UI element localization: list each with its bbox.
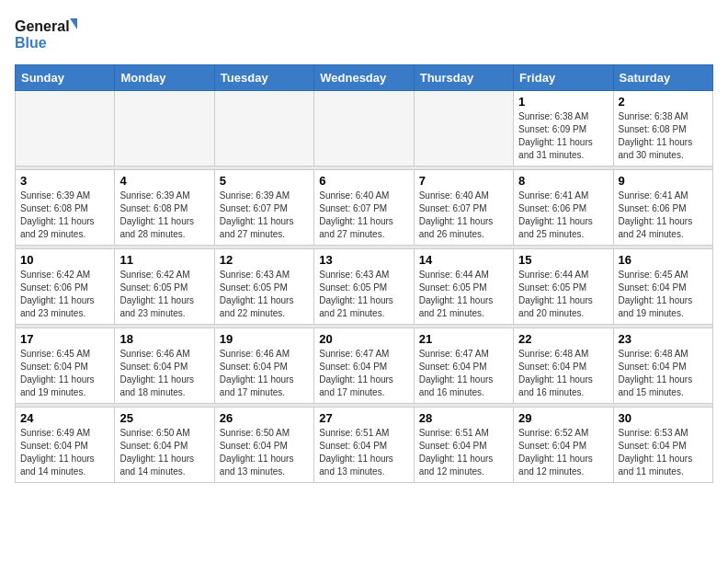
page-header: General Blue [15,15,713,55]
day-cell: 15Sunrise: 6:44 AM Sunset: 6:05 PM Dayli… [514,249,613,325]
day-info: Sunrise: 6:41 AM Sunset: 6:06 PM Dayligh… [619,190,708,241]
day-cell: 30Sunrise: 6:53 AM Sunset: 6:04 PM Dayli… [613,408,712,483]
day-number: 14 [419,253,508,267]
col-header-sunday: Sunday [16,65,115,91]
day-info: Sunrise: 6:46 AM Sunset: 6:04 PM Dayligh… [119,348,209,399]
col-header-friday: Friday [514,65,613,91]
week-row-3: 10Sunrise: 6:42 AM Sunset: 6:06 PM Dayli… [16,249,713,325]
svg-marker-1 [70,18,77,29]
day-info: Sunrise: 6:52 AM Sunset: 6:04 PM Dayligh… [518,427,608,478]
day-info: Sunrise: 6:47 AM Sunset: 6:04 PM Dayligh… [419,348,508,399]
day-info: Sunrise: 6:42 AM Sunset: 6:05 PM Dayligh… [119,269,209,320]
day-cell: 18Sunrise: 6:46 AM Sunset: 6:04 PM Dayli… [115,328,214,404]
day-cell: 27Sunrise: 6:51 AM Sunset: 6:04 PM Dayli… [314,408,414,483]
day-number: 7 [419,174,508,188]
day-number: 22 [518,332,608,346]
day-cell: 4Sunrise: 6:39 AM Sunset: 6:08 PM Daylig… [115,170,214,246]
day-number: 28 [419,411,508,425]
col-header-monday: Monday [115,65,214,91]
day-number: 3 [20,174,109,188]
week-row-2: 3Sunrise: 6:39 AM Sunset: 6:08 PM Daylig… [16,170,713,246]
col-header-wednesday: Wednesday [314,65,414,91]
day-cell: 26Sunrise: 6:50 AM Sunset: 6:04 PM Dayli… [214,408,313,483]
day-cell: 22Sunrise: 6:48 AM Sunset: 6:04 PM Dayli… [514,328,613,404]
day-cell [16,91,115,167]
day-info: Sunrise: 6:42 AM Sunset: 6:06 PM Dayligh… [20,269,109,320]
week-row-5: 24Sunrise: 6:49 AM Sunset: 6:04 PM Dayli… [16,408,713,483]
day-cell [115,91,214,167]
day-info: Sunrise: 6:45 AM Sunset: 6:04 PM Dayligh… [619,269,708,320]
day-number: 15 [518,253,608,267]
day-cell: 14Sunrise: 6:44 AM Sunset: 6:05 PM Dayli… [414,249,513,325]
day-number: 10 [20,253,109,267]
day-info: Sunrise: 6:39 AM Sunset: 6:08 PM Dayligh… [20,190,109,241]
day-cell: 7Sunrise: 6:40 AM Sunset: 6:07 PM Daylig… [414,170,513,246]
day-info: Sunrise: 6:40 AM Sunset: 6:07 PM Dayligh… [319,190,408,241]
day-info: Sunrise: 6:38 AM Sunset: 6:09 PM Dayligh… [518,110,608,162]
day-cell: 17Sunrise: 6:45 AM Sunset: 6:04 PM Dayli… [16,328,115,404]
week-row-1: 1Sunrise: 6:38 AM Sunset: 6:09 PM Daylig… [16,91,713,167]
day-cell [414,91,513,167]
day-cell: 9Sunrise: 6:41 AM Sunset: 6:06 PM Daylig… [613,170,712,246]
logo: General Blue [15,15,79,55]
svg-text:Blue: Blue [15,35,47,51]
day-info: Sunrise: 6:48 AM Sunset: 6:04 PM Dayligh… [518,348,608,399]
day-cell: 3Sunrise: 6:39 AM Sunset: 6:08 PM Daylig… [16,170,115,246]
day-number: 17 [20,332,109,346]
week-row-4: 17Sunrise: 6:45 AM Sunset: 6:04 PM Dayli… [16,328,713,404]
day-number: 12 [220,253,309,267]
col-header-tuesday: Tuesday [214,65,313,91]
day-cell: 13Sunrise: 6:43 AM Sunset: 6:05 PM Dayli… [314,249,414,325]
calendar-table: SundayMondayTuesdayWednesdayThursdayFrid… [15,64,713,483]
day-info: Sunrise: 6:50 AM Sunset: 6:04 PM Dayligh… [119,427,209,478]
col-header-thursday: Thursday [414,65,513,91]
day-info: Sunrise: 6:45 AM Sunset: 6:04 PM Dayligh… [20,348,109,399]
day-number: 6 [319,174,408,188]
day-number: 2 [619,95,708,109]
day-number: 20 [319,332,408,346]
day-cell: 2Sunrise: 6:38 AM Sunset: 6:08 PM Daylig… [613,91,712,167]
day-number: 9 [619,174,708,188]
day-info: Sunrise: 6:43 AM Sunset: 6:05 PM Dayligh… [220,269,309,320]
day-number: 24 [20,411,109,425]
day-number: 8 [518,174,608,188]
day-number: 25 [119,411,209,425]
logo-svg: General Blue [15,15,79,55]
day-number: 26 [220,411,309,425]
day-number: 4 [119,174,209,188]
svg-text:General: General [15,18,70,34]
day-cell: 21Sunrise: 6:47 AM Sunset: 6:04 PM Dayli… [414,328,513,404]
day-info: Sunrise: 6:39 AM Sunset: 6:08 PM Dayligh… [119,190,209,241]
col-header-saturday: Saturday [613,65,712,91]
day-cell: 20Sunrise: 6:47 AM Sunset: 6:04 PM Dayli… [314,328,414,404]
day-cell: 28Sunrise: 6:51 AM Sunset: 6:04 PM Dayli… [414,408,513,483]
day-cell: 5Sunrise: 6:39 AM Sunset: 6:07 PM Daylig… [214,170,313,246]
day-number: 5 [220,174,309,188]
day-info: Sunrise: 6:46 AM Sunset: 6:04 PM Dayligh… [220,348,309,399]
day-cell: 12Sunrise: 6:43 AM Sunset: 6:05 PM Dayli… [214,249,313,325]
day-number: 19 [220,332,309,346]
day-number: 27 [319,411,408,425]
day-number: 18 [119,332,209,346]
day-cell: 8Sunrise: 6:41 AM Sunset: 6:06 PM Daylig… [514,170,613,246]
day-cell: 25Sunrise: 6:50 AM Sunset: 6:04 PM Dayli… [115,408,214,483]
day-info: Sunrise: 6:53 AM Sunset: 6:04 PM Dayligh… [619,427,708,478]
day-info: Sunrise: 6:49 AM Sunset: 6:04 PM Dayligh… [20,427,109,478]
day-number: 1 [518,95,608,109]
day-cell [214,91,313,167]
day-info: Sunrise: 6:48 AM Sunset: 6:04 PM Dayligh… [619,348,708,399]
day-info: Sunrise: 6:51 AM Sunset: 6:04 PM Dayligh… [319,427,408,478]
day-number: 21 [419,332,508,346]
day-cell: 23Sunrise: 6:48 AM Sunset: 6:04 PM Dayli… [613,328,712,404]
day-number: 29 [518,411,608,425]
day-info: Sunrise: 6:38 AM Sunset: 6:08 PM Dayligh… [619,110,708,162]
day-info: Sunrise: 6:50 AM Sunset: 6:04 PM Dayligh… [220,427,309,478]
day-cell: 6Sunrise: 6:40 AM Sunset: 6:07 PM Daylig… [314,170,414,246]
day-cell [314,91,414,167]
day-cell: 29Sunrise: 6:52 AM Sunset: 6:04 PM Dayli… [514,408,613,483]
day-number: 23 [619,332,708,346]
day-number: 11 [119,253,209,267]
day-cell: 19Sunrise: 6:46 AM Sunset: 6:04 PM Dayli… [214,328,313,404]
day-cell: 24Sunrise: 6:49 AM Sunset: 6:04 PM Dayli… [16,408,115,483]
day-info: Sunrise: 6:51 AM Sunset: 6:04 PM Dayligh… [419,427,508,478]
